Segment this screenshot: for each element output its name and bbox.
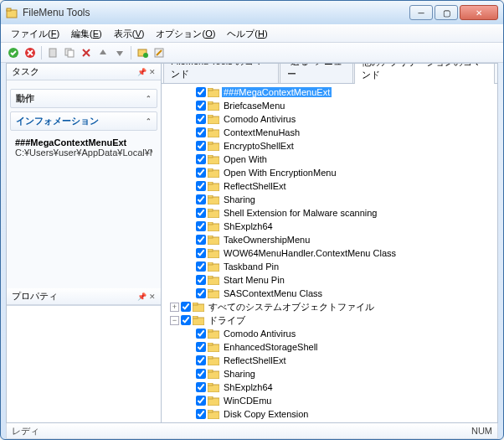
left-pane: タスク 📌 ✕ 動作 ⌃ インフォメーション ⌃ ###MegaContextM…: [7, 64, 162, 422]
tree-checkbox[interactable]: [196, 369, 206, 379]
folder-icon: [208, 410, 219, 419]
folder-icon: [208, 276, 219, 285]
tree-row[interactable]: SASContextMenu Class: [163, 287, 496, 300]
tree-checkbox[interactable]: [196, 329, 206, 339]
tree-row[interactable]: ContextMenuHash: [163, 126, 496, 139]
copy-icon[interactable]: [62, 45, 77, 60]
folder-icon: [208, 396, 219, 406]
svg-rect-57: [208, 396, 213, 399]
tree-view[interactable]: ###MegaContextMenuExtBriefcaseMenuComodo…: [162, 84, 497, 422]
tree-checkbox[interactable]: [196, 141, 206, 151]
tree-checkbox[interactable]: [196, 127, 206, 137]
tree-row[interactable]: Sharing: [163, 193, 496, 206]
tab-2[interactable]: 他のアプリケーションのコマンド: [354, 64, 495, 84]
tree-checkbox[interactable]: [196, 168, 206, 178]
tree-row[interactable]: ReflectShellExt: [163, 354, 496, 367]
pin-icon[interactable]: 📌 ✕: [137, 292, 156, 301]
tree-checkbox[interactable]: [196, 101, 206, 111]
tab-0[interactable]: FileMenu Tools のコマンド: [163, 64, 279, 83]
tree-checkbox[interactable]: [196, 355, 206, 365]
tree-label: Taskband Pin: [222, 261, 280, 272]
actions-section-header[interactable]: 動作 ⌃: [10, 89, 157, 108]
svg-rect-53: [208, 370, 213, 372]
menu-options[interactable]: オプション(O): [151, 26, 220, 42]
tree-checkbox[interactable]: [196, 342, 206, 352]
tree-row[interactable]: ShExplzh64: [163, 380, 496, 394]
svg-rect-47: [208, 329, 213, 332]
tree-row[interactable]: Previous Versions Property Page: [163, 421, 496, 422]
menu-help[interactable]: ヘルプ(H): [222, 26, 272, 42]
tree-checkbox[interactable]: [196, 114, 206, 124]
paste-icon[interactable]: [45, 45, 60, 60]
tab-1[interactable]: "送る" メニュー: [280, 64, 353, 83]
app-icon: [6, 7, 18, 18]
expander-icon[interactable]: +: [170, 303, 179, 312]
info-section-header[interactable]: インフォメーション ⌃: [10, 111, 157, 131]
tree-row[interactable]: EnhancedStorageShell: [163, 340, 496, 354]
right-pane: FileMenu Tools のコマンド"送る" メニュー他のアプリケーションの…: [162, 64, 497, 422]
tree-checkbox[interactable]: [196, 261, 206, 272]
moveup-icon[interactable]: [95, 45, 111, 60]
tree-checkbox[interactable]: [196, 382, 206, 392]
tree-row[interactable]: TakeOwnershipMenu: [163, 233, 496, 246]
pin-icon[interactable]: 📌 ✕: [137, 68, 156, 76]
delete-icon[interactable]: [79, 45, 94, 60]
tree-row[interactable]: Shell Extension for Malware scanning: [163, 206, 496, 220]
tree-checkbox[interactable]: [196, 208, 206, 218]
titlebar[interactable]: FileMenu Tools ─ ▢ ✕: [1, 1, 503, 24]
tree-label: Comodo Antivirus: [222, 329, 297, 339]
cancel-icon[interactable]: [23, 45, 38, 60]
tree-checkbox[interactable]: [196, 396, 206, 406]
tree-row[interactable]: −ドライブ: [163, 313, 496, 327]
edit-icon[interactable]: [152, 45, 167, 60]
svg-rect-1: [7, 8, 11, 11]
minimize-button[interactable]: ─: [409, 5, 433, 20]
menu-edit[interactable]: 編集(E): [66, 26, 107, 42]
svg-rect-45: [193, 316, 198, 318]
tree-row[interactable]: BriefcaseMenu: [163, 99, 496, 112]
tree-checkbox[interactable]: [196, 235, 206, 245]
tree-row[interactable]: WOW64MenuHandler.ContextMenu Class: [163, 246, 496, 260]
svg-rect-43: [193, 303, 198, 305]
tree-row[interactable]: Comodo Antivirus: [163, 112, 496, 126]
svg-rect-31: [208, 222, 213, 225]
tree-checkbox[interactable]: [196, 288, 206, 298]
tree-checkbox[interactable]: [196, 275, 206, 285]
tree-checkbox[interactable]: [196, 194, 206, 204]
add-icon[interactable]: [135, 45, 150, 60]
tree-checkbox[interactable]: [196, 248, 206, 258]
tree-row[interactable]: Open With: [163, 153, 496, 166]
menu-file[interactable]: ファイル(F): [6, 26, 64, 42]
menu-view[interactable]: 表示(V): [109, 26, 150, 42]
tree-row[interactable]: ###MegaContextMenuExt: [163, 85, 496, 99]
expander-icon[interactable]: −: [170, 316, 179, 325]
movedown-icon[interactable]: [112, 45, 127, 60]
tree-row[interactable]: ShExplzh64: [163, 220, 496, 233]
maximize-button[interactable]: ▢: [435, 5, 458, 20]
tree-row[interactable]: WinCDEmu: [163, 394, 496, 407]
tree-row[interactable]: Sharing: [163, 367, 496, 380]
tree-checkbox[interactable]: [196, 221, 206, 231]
tree-row[interactable]: Disk Copy Extension: [163, 407, 496, 421]
tree-row[interactable]: Taskband Pin: [163, 260, 496, 273]
close-button[interactable]: ✕: [460, 5, 498, 20]
tree-checkbox[interactable]: [181, 302, 191, 312]
folder-icon: [208, 182, 219, 191]
tree-row[interactable]: ReflectShellExt: [163, 179, 496, 193]
tree-checkbox[interactable]: [181, 315, 191, 325]
svg-rect-55: [208, 383, 213, 386]
tree-checkbox[interactable]: [196, 87, 206, 97]
tree-row[interactable]: Start Menu Pin: [163, 273, 496, 287]
tree-row[interactable]: EncryptoShellExt: [163, 139, 496, 153]
tree-row[interactable]: +すべてのシステムオブジェクトファイル: [163, 300, 496, 313]
tree-label: Sharing: [222, 194, 257, 204]
apply-icon[interactable]: [6, 45, 21, 60]
tree-row[interactable]: Open With EncryptionMenu: [163, 166, 496, 179]
folder-icon: [193, 303, 204, 312]
tree-row[interactable]: Comodo Antivirus: [163, 327, 496, 340]
tree-checkbox[interactable]: [196, 409, 206, 419]
svg-rect-23: [208, 168, 213, 171]
app-window: FileMenu Tools ─ ▢ ✕ ファイル(F) 編集(E) 表示(V)…: [0, 0, 504, 440]
tree-checkbox[interactable]: [196, 181, 206, 191]
tree-checkbox[interactable]: [196, 154, 206, 164]
